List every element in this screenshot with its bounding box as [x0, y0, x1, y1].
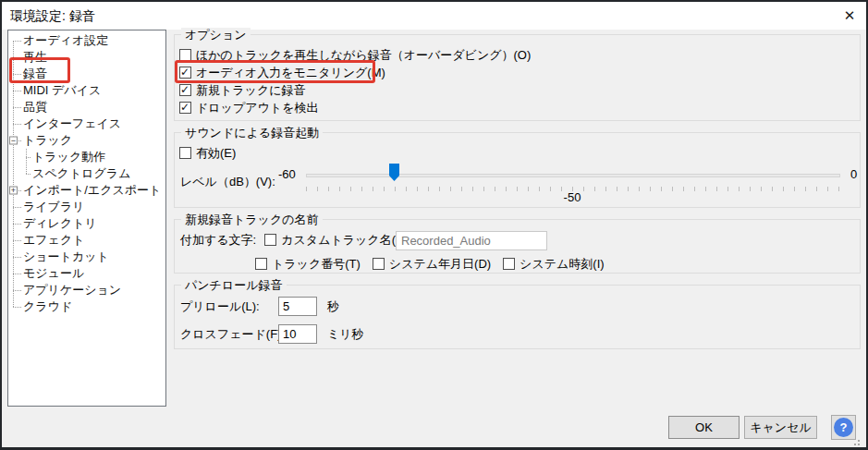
checkbox-record-new-track[interactable] — [179, 84, 191, 96]
sound-activated-group: サウンドによる録音起動 有効(E) レベル（dB）(V): -60 -50 0 — [174, 132, 861, 208]
checkbox-system-time-label: システム時刻(I) — [520, 256, 605, 273]
checkbox-row-sound-activation: 有効(E) — [179, 144, 860, 162]
level-label: レベル（dB）(V): — [180, 174, 275, 190]
tree-stub — [13, 257, 21, 258]
pre-roll-input[interactable] — [278, 297, 317, 316]
checkbox-overdub-label: ほかのトラックを再生しながら録音（オーバーダビング）(O) — [196, 47, 531, 64]
window-title: 環境設定: 録音 — [10, 2, 95, 30]
sidebar-item-cloud[interactable]: クラウド — [8, 298, 165, 315]
tree-stub — [13, 91, 21, 91]
crossfade-row: クロスフェード(F): ミリ秒 — [180, 324, 364, 344]
checkbox-track-number[interactable] — [255, 258, 267, 270]
sidebar-item-shortcuts[interactable]: ショートカット — [8, 249, 165, 265]
crossfade-label: クロスフェード(F): — [180, 326, 278, 343]
sound-activated-group-label: サウンドによる録音起動 — [181, 126, 323, 140]
checkbox-sound-activation-enable[interactable] — [179, 147, 191, 159]
slider-value-label: -50 — [544, 190, 600, 204]
sidebar-item-modules[interactable]: モジュール — [8, 265, 165, 282]
name-options-row: トラック番号(T) システム年月日(D) システム時刻(I) — [255, 255, 605, 273]
help-icon: ? — [834, 418, 853, 437]
help-button[interactable]: ? — [831, 415, 856, 440]
tree-stub — [26, 157, 31, 158]
track-name-group: 新規録音トラックの名前 付加する文字: カスタムトラック名(N) トラック番号(… — [174, 219, 861, 274]
tree-stub — [13, 240, 21, 241]
tree-stub — [13, 107, 21, 108]
checkbox-detect-dropouts-label: ドロップアウトを検出 — [196, 100, 318, 116]
pre-roll-label: プリロール(L): — [180, 298, 278, 315]
checkbox-track-number-item: トラック番号(T) — [255, 256, 361, 273]
checkbox-track-number-label: トラック番号(T) — [272, 256, 361, 273]
sidebar-item-import-export[interactable]: インポート/エクスポート — [8, 182, 165, 199]
sidebar-item-interface[interactable]: インターフェイス — [8, 116, 165, 132]
tree-stub — [13, 307, 21, 308]
slider-min-label: -60 — [278, 167, 296, 181]
tree-stub — [13, 290, 21, 291]
slider-max-label: 0 — [850, 167, 857, 181]
checkbox-monitor-input-label: オーディオ入力をモニタリング(M) — [196, 65, 385, 81]
level-slider-thumb[interactable] — [389, 164, 399, 181]
crossfade-unit: ミリ秒 — [327, 326, 364, 343]
ok-button[interactable]: OK — [668, 416, 740, 439]
dialog-body: オーディオ設定 再生 録音 MIDI デバイス 品質 インターフェイス トラック… — [2, 30, 866, 447]
crossfade-input[interactable] — [278, 324, 317, 344]
sidebar-item-libraries[interactable]: ライブラリ — [8, 199, 165, 215]
prefix-label: 付加する文字: — [180, 232, 256, 249]
title-bar: 環境設定: 録音 ✕ — [2, 2, 866, 30]
sidebar-item-quality[interactable]: 品質 — [8, 99, 165, 116]
sidebar-item-recording[interactable]: 録音 — [8, 66, 165, 82]
checkbox-row-monitor-input: オーディオ入力をモニタリング(M) — [179, 64, 860, 81]
pre-roll-row: プリロール(L): 秒 — [180, 297, 339, 316]
checkbox-custom-track-name[interactable] — [264, 234, 276, 246]
checkbox-row-record-new-track: 新規トラックに録音 — [179, 81, 860, 99]
category-tree: オーディオ設定 再生 録音 MIDI デバイス 品質 インターフェイス トラック… — [7, 30, 166, 407]
sidebar-item-tracks-behaviors[interactable]: トラック動作 — [8, 149, 165, 165]
options-group: オプション ほかのトラックを再生しながら録音（オーバーダビング）(O) オーディ… — [174, 34, 861, 121]
sidebar-item-playback[interactable]: 再生 — [8, 49, 165, 66]
tree-stub — [13, 224, 21, 225]
sidebar-item-effects[interactable]: エフェクト — [8, 232, 165, 249]
checkbox-detect-dropouts[interactable] — [179, 102, 191, 114]
custom-track-name-input[interactable] — [396, 231, 547, 250]
resize-grip-icon[interactable] — [858, 440, 860, 442]
sidebar-item-audio-settings[interactable]: オーディオ設定 — [8, 32, 165, 49]
sidebar-item-midi-devices[interactable]: MIDI デバイス — [8, 82, 165, 99]
checkbox-monitor-input[interactable] — [179, 67, 191, 79]
sidebar-item-tracks[interactable]: トラック — [8, 132, 165, 149]
options-group-label: オプション — [181, 28, 251, 42]
cancel-button[interactable]: キャンセル — [744, 416, 817, 439]
checkbox-system-date-label: システム年月日(D) — [389, 256, 491, 273]
checkbox-system-time[interactable] — [503, 258, 515, 270]
preferences-dialog: 環境設定: 録音 ✕ オーディオ設定 再生 録音 MIDI デバイス 品質 イン… — [0, 0, 868, 450]
close-icon[interactable]: ✕ — [833, 2, 866, 30]
checkbox-overdub[interactable] — [179, 49, 191, 61]
custom-name-row: 付加する文字: カスタムトラック名(N) — [180, 230, 409, 249]
tree-stub — [13, 124, 21, 125]
tree-stub — [26, 174, 31, 175]
punch-roll-group: パンチロール録音 プリロール(L): 秒 クロスフェード(F): ミリ秒 — [174, 285, 861, 349]
level-slider-track[interactable] — [306, 174, 840, 177]
sidebar-item-directories[interactable]: ディレクトリ — [8, 215, 165, 232]
sidebar-item-spectrograms[interactable]: スペクトログラム — [8, 165, 165, 182]
tree-stub — [13, 274, 21, 274]
tree-expand-icon[interactable] — [9, 187, 18, 195]
checkbox-sound-activation-label: 有効(E) — [196, 145, 236, 162]
track-name-group-label: 新規録音トラックの名前 — [181, 213, 323, 226]
sidebar-item-application[interactable]: アプリケーション — [8, 282, 165, 298]
checkbox-custom-track-name-label: カスタムトラック名(N) — [281, 232, 408, 249]
tree-collapse-icon[interactable] — [9, 137, 18, 145]
checkbox-row-detect-dropouts: ドロップアウトを検出 — [179, 99, 860, 116]
tree-stub — [13, 207, 21, 208]
checkbox-system-time-item: システム時刻(I) — [503, 256, 605, 273]
tree-stub — [13, 41, 21, 42]
checkbox-system-date[interactable] — [373, 258, 385, 270]
tree-stub — [13, 57, 21, 58]
punch-roll-group-label: パンチロール録音 — [181, 278, 287, 292]
checkbox-system-date-item: システム年月日(D) — [373, 256, 491, 273]
tree-rows: オーディオ設定 再生 録音 MIDI デバイス 品質 インターフェイス トラック… — [8, 30, 165, 315]
tree-stub — [13, 74, 21, 75]
pre-roll-unit: 秒 — [327, 298, 339, 315]
checkbox-record-new-track-label: 新規トラックに録音 — [196, 82, 306, 99]
checkbox-row-overdub: ほかのトラックを再生しながら録音（オーバーダビング）(O) — [179, 46, 860, 64]
